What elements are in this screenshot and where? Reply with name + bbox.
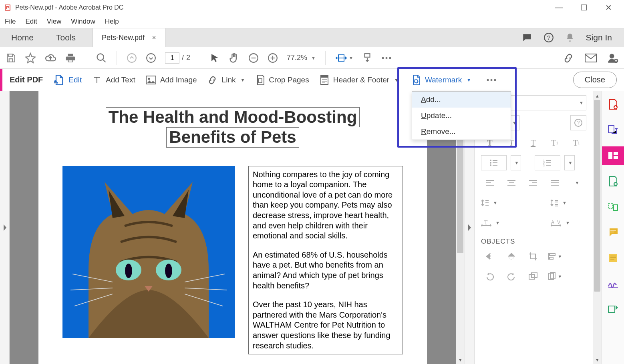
rail-organize-icon[interactable] — [602, 198, 624, 216]
subscript-icon[interactable]: T1 — [568, 135, 585, 150]
underline-icon[interactable]: T — [524, 135, 542, 150]
rail-comment-icon[interactable] — [602, 223, 624, 242]
arrange-icon[interactable] — [524, 269, 542, 284]
panel-scrollbar[interactable]: ▴ ▾ — [593, 91, 602, 364]
print-icon[interactable] — [65, 52, 76, 64]
watermark-remove-item[interactable]: Remove... — [412, 124, 511, 140]
svg-text:3: 3 — [543, 164, 545, 166]
menu-window[interactable]: Window — [71, 18, 95, 26]
rail-more-tools-icon[interactable] — [602, 300, 624, 318]
add-image-button[interactable]: Add Image — [146, 76, 197, 84]
align-justify-icon[interactable] — [546, 175, 564, 190]
svg-point-2 — [97, 54, 104, 60]
rotate-ccw-icon[interactable] — [481, 269, 499, 284]
left-panel-toggle[interactable] — [0, 91, 10, 364]
more-tools-icon[interactable] — [381, 56, 392, 60]
flip-vertical-icon[interactable] — [503, 249, 520, 264]
rail-sign-icon[interactable] — [602, 274, 624, 293]
edit-tool-label: Edit — [68, 76, 82, 84]
search-icon[interactable] — [96, 52, 107, 64]
bullet-list-options[interactable]: ▼ — [511, 155, 521, 170]
menu-help[interactable]: Help — [105, 18, 119, 26]
share-link-icon[interactable] — [563, 53, 574, 63]
window-close-button[interactable]: ✕ — [605, 3, 612, 12]
page-current-input[interactable] — [165, 52, 179, 64]
cloud-upload-icon[interactable] — [45, 52, 56, 64]
window-maximize-button[interactable]: ☐ — [580, 3, 588, 12]
watermark-button[interactable]: Watermark ▼ — [409, 73, 473, 87]
menu-edit[interactable]: Edit — [25, 18, 37, 26]
rail-export-pdf-icon[interactable] — [602, 121, 624, 139]
numbered-list-options[interactable]: ▼ — [564, 155, 575, 170]
zoom-in-icon[interactable] — [268, 53, 278, 63]
add-reviewer-icon[interactable] — [607, 52, 618, 64]
fit-width-icon[interactable]: ▼ — [335, 53, 353, 63]
notifications-bell-icon[interactable] — [565, 33, 575, 42]
tab-tools[interactable]: Tools — [45, 28, 87, 47]
align-objects-icon[interactable]: ▼ — [546, 249, 564, 264]
watermark-add-item[interactable]: Add... — [412, 92, 511, 108]
acrobat-app-icon — [4, 4, 11, 11]
rail-convert-pdf-icon[interactable] — [602, 172, 624, 190]
line-spacing-button[interactable]: ▼ — [481, 195, 517, 210]
superscript-icon[interactable]: T1 — [546, 135, 564, 150]
save-icon[interactable] — [6, 53, 16, 63]
align-left-icon[interactable] — [481, 175, 499, 190]
window-minimize-button[interactable]: — — [555, 3, 563, 12]
rotate-cw-icon[interactable] — [503, 269, 520, 284]
paragraph-spacing-button[interactable]: ▼ — [550, 195, 586, 210]
page-down-icon[interactable] — [146, 53, 156, 63]
align-center-icon[interactable] — [503, 175, 520, 190]
horizontal-scale-button[interactable]: T▼ — [481, 215, 517, 230]
zoom-out-icon[interactable] — [248, 53, 259, 63]
rail-create-pdf-icon[interactable] — [602, 95, 624, 114]
watermark-label: Watermark — [425, 76, 462, 84]
menu-file[interactable]: File — [5, 18, 16, 26]
svg-point-20 — [491, 79, 493, 81]
svg-point-24 — [125, 264, 132, 278]
page-up-icon[interactable] — [127, 53, 137, 63]
hand-tool-icon[interactable] — [228, 52, 240, 64]
tab-strip: Home Tools Pets-New.pdf × ? Sign In — [0, 28, 624, 47]
scroll-down-icon[interactable]: ▾ — [593, 355, 602, 364]
tab-document-close-icon[interactable]: × — [152, 34, 156, 42]
star-icon[interactable] — [25, 52, 36, 64]
crop-icon[interactable] — [524, 249, 542, 264]
more-objects-icon[interactable]: ▼ — [546, 269, 564, 284]
scroll-up-icon[interactable]: ▴ — [593, 91, 602, 100]
close-edit-button[interactable]: Close — [573, 72, 617, 88]
svg-rect-11 — [585, 54, 596, 62]
comments-icon[interactable] — [522, 32, 532, 43]
align-right-icon[interactable] — [524, 175, 542, 190]
title-bar: Pets-New.pdf - Adobe Acrobat Pro DC — ☐ … — [0, 0, 624, 15]
zoom-level[interactable]: 77.2% ▼ — [287, 54, 316, 62]
watermark-update-item[interactable]: Update... — [412, 108, 511, 124]
flip-horizontal-icon[interactable] — [481, 249, 499, 264]
link-button[interactable]: Link ▼ — [207, 76, 245, 84]
add-text-button[interactable]: Add Text — [92, 75, 135, 85]
scroll-mode-icon[interactable] — [362, 53, 372, 63]
scroll-down-icon[interactable]: ▾ — [456, 355, 465, 364]
help-icon[interactable]: ? — [543, 32, 554, 43]
char-spacing-button[interactable]: AV▼ — [550, 215, 586, 230]
align-more-icon[interactable]: ▼ — [568, 175, 585, 190]
header-footer-button[interactable]: Header & Footer ▼ — [320, 75, 399, 85]
tab-home[interactable]: Home — [0, 28, 45, 47]
rail-sticky-note-icon[interactable] — [602, 249, 624, 267]
svg-rect-50 — [614, 205, 618, 210]
edit-tool-button[interactable]: Edit — [53, 74, 82, 86]
menu-view[interactable]: View — [47, 18, 62, 26]
tab-document[interactable]: Pets-New.pdf × — [93, 28, 165, 47]
text-color-button[interactable]: ? — [570, 115, 586, 130]
add-text-label: Add Text — [106, 76, 135, 84]
rail-edit-pdf-icon[interactable] — [602, 146, 624, 165]
email-icon[interactable] — [585, 54, 597, 62]
select-tool-icon[interactable] — [210, 53, 219, 63]
more-edit-tools-icon[interactable] — [486, 78, 497, 82]
bullet-list-button[interactable] — [481, 155, 507, 170]
numbered-list-button[interactable]: 123 — [535, 155, 560, 170]
sign-in-link[interactable]: Sign In — [586, 33, 612, 42]
chevron-down-icon: ▼ — [311, 56, 316, 60]
crop-pages-button[interactable]: Crop Pages — [255, 75, 309, 85]
document-viewport[interactable]: The Health and Mood-Boosting Benefits of… — [10, 91, 456, 364]
